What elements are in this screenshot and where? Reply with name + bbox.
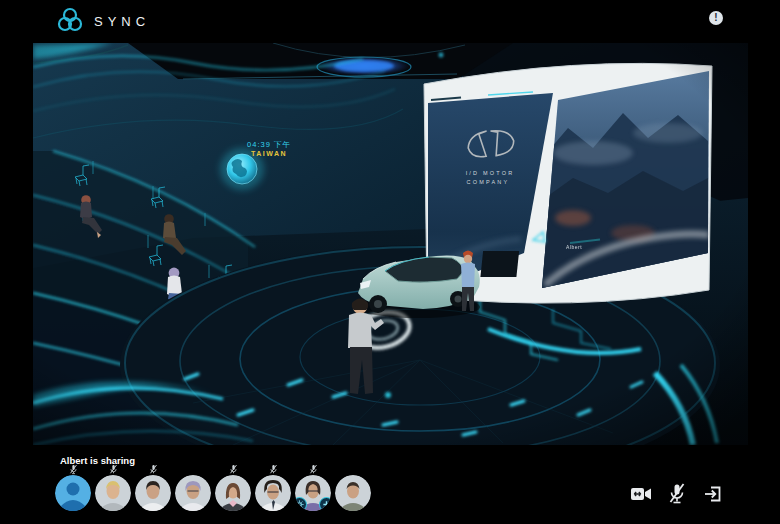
mic-muted-icon — [269, 464, 278, 475]
showroom-scene: 04:39 下午 TAIWAN — [33, 43, 748, 445]
call-controls — [630, 483, 724, 505]
mic-muted-icon — [69, 464, 78, 475]
participant-7 — [295, 463, 331, 511]
avatar-brown-haired-woman[interactable] — [215, 475, 251, 511]
participant-list — [55, 463, 371, 511]
participant-4 — [175, 463, 211, 511]
mic-muted-icon — [309, 464, 318, 475]
avatar-albert[interactable] — [55, 475, 91, 511]
camera-icon — [630, 485, 652, 503]
sync-logo-icon — [56, 6, 84, 34]
participant-albert — [55, 463, 91, 511]
participant-2 — [95, 463, 131, 511]
participant-8 — [335, 463, 371, 511]
info-icon[interactable]: ! — [709, 11, 723, 25]
microphone-muted-icon — [668, 483, 686, 505]
vignette-overlay — [33, 43, 748, 445]
avatar-gear-badge-icon[interactable] — [295, 497, 307, 511]
microphone-muted-button[interactable] — [666, 483, 688, 505]
top-bar: SYNC ! — [0, 0, 780, 43]
bottom-bar: Albert is sharing — [0, 445, 780, 524]
avatar-grey-haired-person[interactable] — [175, 475, 211, 511]
virtual-showroom-viewport[interactable]: 04:39 下午 TAIWAN — [33, 43, 748, 445]
camera-button[interactable] — [630, 483, 652, 505]
mic-muted-icon — [109, 464, 118, 475]
mic-muted-icon — [149, 464, 158, 475]
avatar-curly-haired-man[interactable] — [255, 475, 291, 511]
participant-5 — [215, 463, 251, 511]
app-window: SYNC ! — [0, 0, 780, 524]
avatar-short-haired-man[interactable] — [335, 475, 371, 511]
leave-button[interactable] — [702, 483, 724, 505]
participant-6 — [255, 463, 291, 511]
avatar-woman-purple-top[interactable] — [295, 475, 331, 511]
participant-3 — [135, 463, 171, 511]
app-title: SYNC — [94, 11, 150, 29]
avatar-add-badge-icon[interactable] — [319, 497, 331, 511]
mic-muted-icon — [229, 464, 238, 475]
avatar-blonde-man[interactable] — [95, 475, 131, 511]
avatar-dark-haired-man[interactable] — [135, 475, 171, 511]
leave-exit-icon — [703, 484, 723, 504]
brand: SYNC — [56, 6, 150, 34]
